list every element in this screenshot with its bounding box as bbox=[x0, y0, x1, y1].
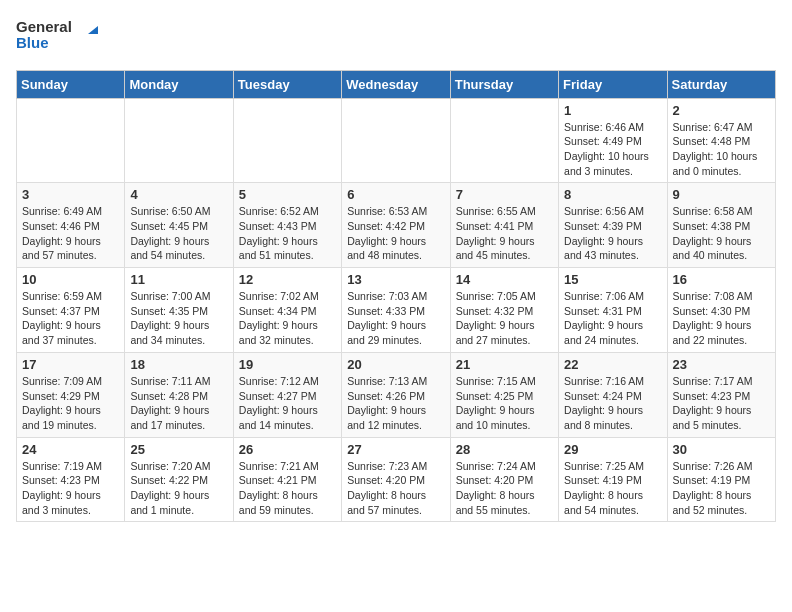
day-info: Sunrise: 6:49 AM Sunset: 4:46 PM Dayligh… bbox=[22, 204, 119, 263]
day-number: 7 bbox=[456, 187, 553, 202]
day-number: 12 bbox=[239, 272, 336, 287]
svg-text:Blue: Blue bbox=[16, 34, 49, 51]
logo-svg: General Blue bbox=[16, 16, 106, 56]
day-info: Sunrise: 7:03 AM Sunset: 4:33 PM Dayligh… bbox=[347, 289, 444, 348]
calendar-cell bbox=[125, 98, 233, 183]
calendar-cell: 9Sunrise: 6:58 AM Sunset: 4:38 PM Daylig… bbox=[667, 183, 775, 268]
day-number: 4 bbox=[130, 187, 227, 202]
day-number: 26 bbox=[239, 442, 336, 457]
logo: General Blue bbox=[16, 16, 106, 60]
day-info: Sunrise: 7:06 AM Sunset: 4:31 PM Dayligh… bbox=[564, 289, 661, 348]
day-number: 2 bbox=[673, 103, 770, 118]
calendar-cell bbox=[450, 98, 558, 183]
calendar-cell: 2Sunrise: 6:47 AM Sunset: 4:48 PM Daylig… bbox=[667, 98, 775, 183]
day-info: Sunrise: 7:16 AM Sunset: 4:24 PM Dayligh… bbox=[564, 374, 661, 433]
day-number: 15 bbox=[564, 272, 661, 287]
day-info: Sunrise: 7:25 AM Sunset: 4:19 PM Dayligh… bbox=[564, 459, 661, 518]
day-number: 22 bbox=[564, 357, 661, 372]
calendar-cell: 29Sunrise: 7:25 AM Sunset: 4:19 PM Dayli… bbox=[559, 437, 667, 522]
logo-text: General Blue bbox=[16, 16, 106, 60]
day-number: 21 bbox=[456, 357, 553, 372]
calendar-body: 1Sunrise: 6:46 AM Sunset: 4:49 PM Daylig… bbox=[17, 98, 776, 522]
day-info: Sunrise: 7:02 AM Sunset: 4:34 PM Dayligh… bbox=[239, 289, 336, 348]
day-info: Sunrise: 7:05 AM Sunset: 4:32 PM Dayligh… bbox=[456, 289, 553, 348]
calendar-cell: 3Sunrise: 6:49 AM Sunset: 4:46 PM Daylig… bbox=[17, 183, 125, 268]
calendar-week-row: 10Sunrise: 6:59 AM Sunset: 4:37 PM Dayli… bbox=[17, 268, 776, 353]
day-number: 17 bbox=[22, 357, 119, 372]
day-number: 16 bbox=[673, 272, 770, 287]
day-number: 30 bbox=[673, 442, 770, 457]
calendar-cell bbox=[233, 98, 341, 183]
day-info: Sunrise: 7:09 AM Sunset: 4:29 PM Dayligh… bbox=[22, 374, 119, 433]
day-info: Sunrise: 6:53 AM Sunset: 4:42 PM Dayligh… bbox=[347, 204, 444, 263]
day-info: Sunrise: 7:08 AM Sunset: 4:30 PM Dayligh… bbox=[673, 289, 770, 348]
calendar-cell: 1Sunrise: 6:46 AM Sunset: 4:49 PM Daylig… bbox=[559, 98, 667, 183]
calendar-week-row: 3Sunrise: 6:49 AM Sunset: 4:46 PM Daylig… bbox=[17, 183, 776, 268]
calendar-cell: 4Sunrise: 6:50 AM Sunset: 4:45 PM Daylig… bbox=[125, 183, 233, 268]
header: General Blue bbox=[16, 16, 776, 60]
calendar-cell: 12Sunrise: 7:02 AM Sunset: 4:34 PM Dayli… bbox=[233, 268, 341, 353]
day-number: 1 bbox=[564, 103, 661, 118]
day-number: 27 bbox=[347, 442, 444, 457]
calendar-cell bbox=[17, 98, 125, 183]
calendar-table: SundayMondayTuesdayWednesdayThursdayFrid… bbox=[16, 70, 776, 523]
day-info: Sunrise: 6:47 AM Sunset: 4:48 PM Dayligh… bbox=[673, 120, 770, 179]
calendar-cell: 16Sunrise: 7:08 AM Sunset: 4:30 PM Dayli… bbox=[667, 268, 775, 353]
calendar-cell: 6Sunrise: 6:53 AM Sunset: 4:42 PM Daylig… bbox=[342, 183, 450, 268]
calendar-cell: 19Sunrise: 7:12 AM Sunset: 4:27 PM Dayli… bbox=[233, 352, 341, 437]
column-header-sunday: Sunday bbox=[17, 70, 125, 98]
day-number: 6 bbox=[347, 187, 444, 202]
day-info: Sunrise: 6:58 AM Sunset: 4:38 PM Dayligh… bbox=[673, 204, 770, 263]
calendar-cell: 30Sunrise: 7:26 AM Sunset: 4:19 PM Dayli… bbox=[667, 437, 775, 522]
calendar-cell: 26Sunrise: 7:21 AM Sunset: 4:21 PM Dayli… bbox=[233, 437, 341, 522]
day-number: 28 bbox=[456, 442, 553, 457]
day-info: Sunrise: 7:00 AM Sunset: 4:35 PM Dayligh… bbox=[130, 289, 227, 348]
day-info: Sunrise: 6:52 AM Sunset: 4:43 PM Dayligh… bbox=[239, 204, 336, 263]
day-number: 3 bbox=[22, 187, 119, 202]
day-info: Sunrise: 7:12 AM Sunset: 4:27 PM Dayligh… bbox=[239, 374, 336, 433]
calendar-cell: 13Sunrise: 7:03 AM Sunset: 4:33 PM Dayli… bbox=[342, 268, 450, 353]
calendar-week-row: 24Sunrise: 7:19 AM Sunset: 4:23 PM Dayli… bbox=[17, 437, 776, 522]
calendar-cell: 10Sunrise: 6:59 AM Sunset: 4:37 PM Dayli… bbox=[17, 268, 125, 353]
calendar-cell: 25Sunrise: 7:20 AM Sunset: 4:22 PM Dayli… bbox=[125, 437, 233, 522]
day-number: 5 bbox=[239, 187, 336, 202]
column-header-thursday: Thursday bbox=[450, 70, 558, 98]
calendar-cell: 21Sunrise: 7:15 AM Sunset: 4:25 PM Dayli… bbox=[450, 352, 558, 437]
day-info: Sunrise: 6:50 AM Sunset: 4:45 PM Dayligh… bbox=[130, 204, 227, 263]
calendar-header-row: SundayMondayTuesdayWednesdayThursdayFrid… bbox=[17, 70, 776, 98]
day-number: 8 bbox=[564, 187, 661, 202]
calendar-cell: 15Sunrise: 7:06 AM Sunset: 4:31 PM Dayli… bbox=[559, 268, 667, 353]
calendar-cell: 23Sunrise: 7:17 AM Sunset: 4:23 PM Dayli… bbox=[667, 352, 775, 437]
day-number: 25 bbox=[130, 442, 227, 457]
calendar-cell: 7Sunrise: 6:55 AM Sunset: 4:41 PM Daylig… bbox=[450, 183, 558, 268]
day-number: 29 bbox=[564, 442, 661, 457]
day-number: 10 bbox=[22, 272, 119, 287]
day-info: Sunrise: 7:23 AM Sunset: 4:20 PM Dayligh… bbox=[347, 459, 444, 518]
day-number: 14 bbox=[456, 272, 553, 287]
day-number: 24 bbox=[22, 442, 119, 457]
day-number: 11 bbox=[130, 272, 227, 287]
column-header-saturday: Saturday bbox=[667, 70, 775, 98]
day-info: Sunrise: 7:20 AM Sunset: 4:22 PM Dayligh… bbox=[130, 459, 227, 518]
day-number: 18 bbox=[130, 357, 227, 372]
column-header-wednesday: Wednesday bbox=[342, 70, 450, 98]
column-header-tuesday: Tuesday bbox=[233, 70, 341, 98]
day-number: 23 bbox=[673, 357, 770, 372]
day-info: Sunrise: 6:59 AM Sunset: 4:37 PM Dayligh… bbox=[22, 289, 119, 348]
day-info: Sunrise: 7:15 AM Sunset: 4:25 PM Dayligh… bbox=[456, 374, 553, 433]
calendar-cell: 28Sunrise: 7:24 AM Sunset: 4:20 PM Dayli… bbox=[450, 437, 558, 522]
day-number: 9 bbox=[673, 187, 770, 202]
calendar-cell: 11Sunrise: 7:00 AM Sunset: 4:35 PM Dayli… bbox=[125, 268, 233, 353]
day-info: Sunrise: 6:46 AM Sunset: 4:49 PM Dayligh… bbox=[564, 120, 661, 179]
column-header-monday: Monday bbox=[125, 70, 233, 98]
calendar-week-row: 1Sunrise: 6:46 AM Sunset: 4:49 PM Daylig… bbox=[17, 98, 776, 183]
day-info: Sunrise: 7:21 AM Sunset: 4:21 PM Dayligh… bbox=[239, 459, 336, 518]
day-number: 20 bbox=[347, 357, 444, 372]
day-info: Sunrise: 7:11 AM Sunset: 4:28 PM Dayligh… bbox=[130, 374, 227, 433]
calendar-cell: 17Sunrise: 7:09 AM Sunset: 4:29 PM Dayli… bbox=[17, 352, 125, 437]
calendar-cell: 8Sunrise: 6:56 AM Sunset: 4:39 PM Daylig… bbox=[559, 183, 667, 268]
day-info: Sunrise: 7:24 AM Sunset: 4:20 PM Dayligh… bbox=[456, 459, 553, 518]
calendar-cell bbox=[342, 98, 450, 183]
svg-marker-1 bbox=[88, 26, 98, 34]
column-header-friday: Friday bbox=[559, 70, 667, 98]
